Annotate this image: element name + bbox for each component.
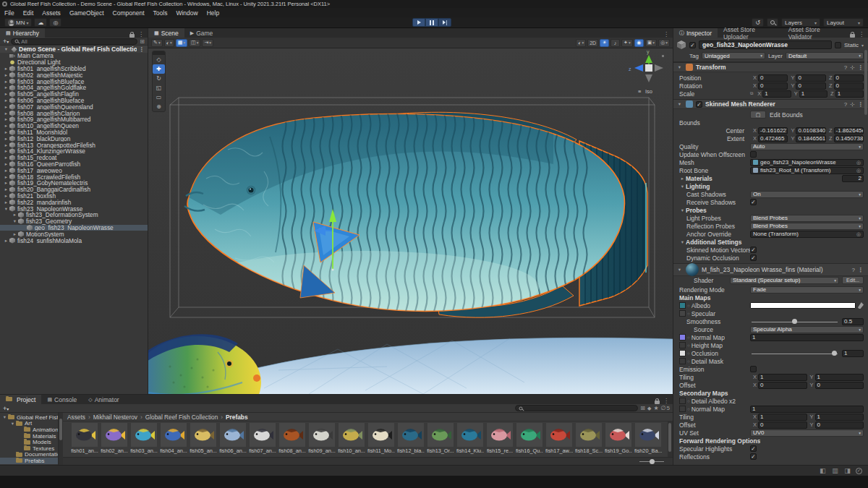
value-field[interactable]: 0 xyxy=(815,382,864,389)
dropdown-field[interactable]: Specular Alpha▾ xyxy=(750,326,864,333)
kebab-menu-icon[interactable]: ⋮ xyxy=(858,64,864,71)
lock-icon[interactable] xyxy=(129,34,135,38)
foldout-arrow-icon[interactable]: ▸ xyxy=(3,161,9,167)
gizmos-menu-button[interactable]: ◎▾ xyxy=(658,39,670,47)
favorites-icon[interactable]: ★ xyxy=(653,405,658,411)
folder-item[interactable]: Animation xyxy=(0,427,58,433)
status-console-icon[interactable]: ◧ xyxy=(819,467,827,475)
value-field[interactable]: 0 xyxy=(758,421,807,429)
foldout-arrow-icon[interactable]: ▸ xyxy=(3,111,9,116)
audio-toggle-button[interactable]: ♪ xyxy=(610,39,620,47)
tab-asset-store-validator[interactable]: Asset Store Validator xyxy=(783,28,846,38)
foldout-arrow-icon[interactable]: ▸ xyxy=(3,136,9,142)
layer-dropdown[interactable]: Default▾ xyxy=(786,52,864,59)
scale-tool[interactable]: ◱ xyxy=(153,83,165,93)
checkbox[interactable]: ✓ xyxy=(750,453,757,460)
folder-item[interactable]: Materials xyxy=(0,433,58,440)
hierarchy-item[interactable]: ▸fish13_OrangespottedFilefish xyxy=(0,142,148,148)
effects-toggle-button[interactable]: ✦▾ xyxy=(621,39,633,47)
menu-assets[interactable]: Assets xyxy=(38,8,65,17)
texture-thumbnail[interactable] xyxy=(679,398,686,404)
tag-dropdown[interactable]: Untagged▾ xyxy=(702,52,765,59)
thumbnail-zoom-slider[interactable] xyxy=(639,461,664,462)
search-by-type-icon[interactable]: ⊞ xyxy=(640,405,645,411)
foldout-arrow-icon[interactable]: ▸ xyxy=(3,123,9,129)
map-value-field[interactable]: 1 xyxy=(750,334,864,341)
hierarchy-item[interactable]: Main Camera xyxy=(0,53,148,59)
texture-picker-icon[interactable]: ○ xyxy=(687,343,690,348)
foldout-arrow-icon[interactable]: ▸ xyxy=(3,155,9,160)
foldout-arrow-icon[interactable]: ▾ xyxy=(679,207,686,213)
texture-picker-icon[interactable]: ○ xyxy=(687,407,690,411)
value-field[interactable]: 0 xyxy=(758,382,807,389)
foldout-arrow-icon[interactable]: ▸ xyxy=(3,66,9,72)
foldout-arrow-icon[interactable]: ▾ xyxy=(676,101,683,107)
slider-value-field[interactable]: 1 xyxy=(842,350,864,357)
preset-icon[interactable]: ⊹ xyxy=(850,101,855,108)
active-checkbox[interactable]: ✓ xyxy=(689,42,696,48)
tab-inspector[interactable]: ⓘInspector xyxy=(673,28,718,38)
component-header-transform[interactable]: ▾Transform?⊹⋮ xyxy=(673,62,868,72)
texture-picker-icon[interactable]: ○ xyxy=(687,312,690,316)
foldout-arrow-icon[interactable]: ▸ xyxy=(679,176,686,181)
breadcrumb-item[interactable]: Mikhail Nesterov xyxy=(93,414,137,421)
checkbox[interactable]: ✓ xyxy=(750,247,757,253)
value-field[interactable]: 1 xyxy=(799,90,827,98)
view-options-button[interactable]: ▦▾ xyxy=(176,39,187,47)
asset-tile[interactable]: fish11_Mo... xyxy=(367,423,395,457)
dropdown-field[interactable]: UV0▾ xyxy=(750,429,864,437)
hierarchy-item[interactable]: ▸fish06_angelfishBlueface xyxy=(0,98,148,104)
asset-tile[interactable]: fish10_an... xyxy=(338,423,365,457)
rect-tool[interactable]: ▭ xyxy=(153,93,165,102)
dropdown-field[interactable]: Auto▾ xyxy=(750,143,864,150)
foldout-arrow-icon[interactable]: ▸ xyxy=(3,200,9,205)
kebab-menu-icon[interactable]: ⋮ xyxy=(663,398,669,404)
foldout-arrow-icon[interactable]: ▸ xyxy=(3,85,9,90)
hidden-count-badge[interactable]: ∅ 5 xyxy=(661,405,670,411)
object-picker-icon[interactable]: ◎ xyxy=(856,168,861,174)
dropdown-field[interactable]: On▾ xyxy=(750,191,864,198)
texture-thumbnail[interactable] xyxy=(679,358,686,364)
foldout-arrow-icon[interactable]: ▸ xyxy=(3,174,9,180)
folder-item[interactable]: ▾Art xyxy=(0,421,58,427)
slider[interactable] xyxy=(750,318,839,325)
texture-picker-icon[interactable]: ○ xyxy=(687,304,690,308)
asset-tile[interactable]: fish05_an... xyxy=(190,423,217,457)
slider[interactable] xyxy=(750,350,839,357)
project-search-input[interactable] xyxy=(515,405,638,411)
cloud-button[interactable]: ☁ xyxy=(34,18,47,27)
map-value-field[interactable]: 1 xyxy=(750,406,864,413)
value-field[interactable]: 0 xyxy=(834,82,864,90)
dropdown-field[interactable]: Fade▾ xyxy=(750,286,864,294)
foldout-arrow-icon[interactable]: ▾ xyxy=(679,239,686,245)
foldout-arrow-icon[interactable]: ▸ xyxy=(3,142,9,148)
object-picker-icon[interactable]: ◎ xyxy=(856,160,861,166)
breadcrumb-item[interactable]: Prefabs xyxy=(226,414,247,421)
slider-knob[interactable] xyxy=(792,319,797,324)
object-picker-icon[interactable]: ◎ xyxy=(856,231,861,237)
menu-file[interactable]: File xyxy=(0,8,19,17)
asset-tile[interactable]: fish16_Qu... xyxy=(516,423,543,457)
value-field[interactable]: 0.1846561 xyxy=(796,135,825,142)
inspector-scrollbar[interactable] xyxy=(864,50,867,115)
hierarchy-item[interactable]: ▸fish09_angelfishMultibarred xyxy=(0,116,148,123)
shader-edit-button[interactable]: Edit... xyxy=(842,276,864,284)
hand-tool[interactable]: ◇ xyxy=(153,55,165,64)
hierarchy-item[interactable]: Directional Light xyxy=(0,59,148,66)
hierarchy-item[interactable]: ▸fish12_blackDurgon xyxy=(0,135,148,142)
asset-tile[interactable]: fish02_an... xyxy=(101,423,128,457)
asset-tile[interactable]: fish12_bla... xyxy=(397,423,425,457)
slider-knob[interactable] xyxy=(832,351,837,356)
foldout-arrow-icon[interactable]: ▾ xyxy=(679,184,686,189)
folder-item[interactable]: Documentation xyxy=(0,452,58,458)
kebab-menu-icon[interactable]: ⋮ xyxy=(858,267,864,273)
texture-picker-icon[interactable]: ○ xyxy=(687,399,690,403)
services-button[interactable]: ◎ xyxy=(49,18,61,27)
asset-tile[interactable]: fish18_Sc... xyxy=(575,423,603,457)
draw-mode-button[interactable]: ◐▾ xyxy=(164,39,174,47)
dropdown-field[interactable]: Standard (Specular setup)▾ xyxy=(730,277,839,284)
material-header[interactable]: ▾M_fish_23_Napoleon Wrasse_fins (Materia… xyxy=(673,263,868,276)
hierarchy-item[interactable]: ▸fish19_GobyNematelectris xyxy=(0,180,148,187)
checkbox[interactable]: ✓ xyxy=(750,445,757,452)
hierarchy-item[interactable]: ▸fish10_angelfishQueen xyxy=(0,123,148,129)
